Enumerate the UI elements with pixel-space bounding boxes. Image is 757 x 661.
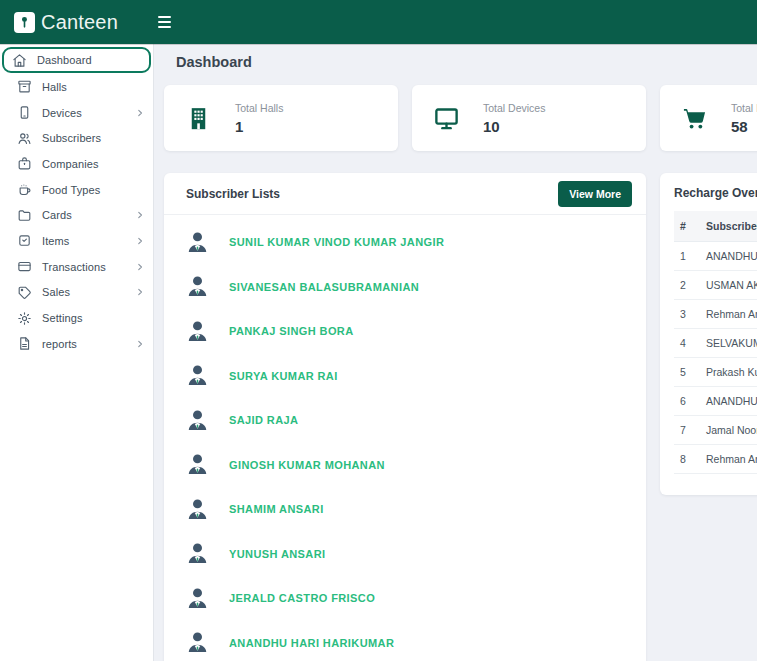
home-icon: [12, 53, 27, 68]
sidebar-item-settings[interactable]: Settings: [0, 305, 153, 331]
subscriber-name-link[interactable]: SURYA KUMAR RAI: [229, 370, 338, 382]
recharge-table: #Subscriber N 1ANANDHU SU2USMAN AKRA3Reh…: [674, 211, 757, 474]
subscriber-name-link[interactable]: PANKAJ SINGH BORA: [229, 325, 354, 337]
main-content: Dashboard Total Halls1Total Devices10Tot…: [154, 44, 757, 661]
subscriber-list-item: SAJID RAJA: [164, 398, 646, 443]
brand-logo[interactable]: Canteen: [14, 11, 118, 34]
recharge-row-number: 4: [674, 329, 700, 358]
subscriber-list-item: ANANDHU HARI HARIKUMAR: [164, 621, 646, 661]
recharge-table-row: 4SELVAKUMAR: [674, 329, 757, 358]
subscriber-name-link[interactable]: SUNIL KUMAR VINOD KUMAR JANGIR: [229, 236, 444, 248]
sidebar-item-label: Dashboard: [37, 54, 92, 66]
file-icon: [17, 336, 32, 351]
recharge-subscriber-name: Prakash Kuma: [700, 358, 757, 387]
recharge-column-header: #: [674, 211, 700, 242]
stat-card-total-ite: Total Ite58: [660, 85, 757, 151]
chevron-right-icon: [135, 210, 145, 220]
recharge-overview-title: Recharge Overvie: [660, 173, 757, 211]
sidebar-item-dashboard[interactable]: Dashboard: [2, 47, 151, 73]
credit-card-icon: [17, 259, 32, 274]
recharge-table-row: 2USMAN AKRA: [674, 271, 757, 300]
canteen-logo-icon: [14, 12, 35, 33]
sidebar-item-items[interactable]: Items: [0, 228, 153, 254]
sidebar-item-sales[interactable]: Sales: [0, 280, 153, 306]
recharge-subscriber-name: Rehman Arsh: [700, 445, 757, 474]
view-more-button[interactable]: View More: [558, 181, 632, 207]
subscriber-list-item: JERALD CASTRO FRISCO: [164, 576, 646, 621]
recharge-table-row: 5Prakash Kuma: [674, 358, 757, 387]
recharge-table-row: 3Rehman Arsh: [674, 300, 757, 329]
subscriber-name-link[interactable]: GINOSH KUMAR MOHANAN: [229, 459, 385, 471]
subscriber-name-link[interactable]: SHAMIM ANSARI: [229, 503, 324, 515]
avatar-icon: [185, 408, 210, 433]
subscriber-name-link[interactable]: JERALD CASTRO FRISCO: [229, 592, 375, 604]
stat-value: 1: [235, 118, 283, 135]
chevron-right-icon: [135, 262, 145, 272]
subscriber-list-item: SUNIL KUMAR VINOD KUMAR JANGIR: [164, 220, 646, 265]
recharge-table-row: 1ANANDHU SU: [674, 242, 757, 271]
subscriber-name-link[interactable]: ANANDHU HARI HARIKUMAR: [229, 637, 394, 649]
briefcase-icon: [17, 156, 32, 171]
recharge-table-row: 7Jamal Noorna: [674, 416, 757, 445]
sidebar-item-cards[interactable]: Cards: [0, 202, 153, 228]
stat-value: 10: [483, 118, 545, 135]
coffee-icon: [17, 182, 32, 197]
sidebar-item-label: Transactions: [42, 261, 106, 273]
chevron-right-icon: [135, 287, 145, 297]
avatar-icon: [185, 497, 210, 522]
sidebar-item-label: Subscribers: [42, 132, 101, 144]
sidebar-item-label: Cards: [42, 209, 72, 221]
sidebar-item-label: Halls: [42, 81, 67, 93]
recharge-subscriber-name: USMAN AKRA: [700, 271, 757, 300]
recharge-subscriber-name: ANANDHU SU: [700, 242, 757, 271]
stat-card-total-halls: Total Halls1: [164, 85, 398, 151]
sidebar-item-halls[interactable]: Halls: [0, 74, 153, 100]
sidebar-item-transactions[interactable]: Transactions: [0, 254, 153, 280]
sidebar-item-subscribers[interactable]: Subscribers: [0, 125, 153, 151]
recharge-row-number: 8: [674, 445, 700, 474]
stat-label: Total Halls: [235, 102, 283, 114]
stat-label: Total Ite: [731, 102, 757, 114]
cart-icon: [681, 105, 708, 132]
sidebar-item-label: Items: [42, 235, 69, 247]
chevron-right-icon: [135, 339, 145, 349]
subscriber-list-item: PANKAJ SINGH BORA: [164, 309, 646, 354]
sidebar-item-reports[interactable]: reports: [0, 331, 153, 357]
subscriber-name-link[interactable]: SAJID RAJA: [229, 414, 298, 426]
avatar-icon: [185, 586, 210, 611]
subscriber-lists-card: Subscriber Lists View More SUNIL KUMAR V…: [164, 173, 646, 661]
stat-value: 58: [731, 118, 757, 135]
menu-toggle-icon[interactable]: [154, 12, 175, 32]
recharge-table-row: 8Rehman Arsh: [674, 445, 757, 474]
recharge-row-number: 1: [674, 242, 700, 271]
sidebar-item-devices[interactable]: Devices: [0, 100, 153, 126]
recharge-subscriber-name: Jamal Noorna: [700, 416, 757, 445]
subscriber-name-link[interactable]: SIVANESAN BALASUBRAMANIAN: [229, 281, 419, 293]
avatar-icon: [185, 630, 210, 655]
avatar-icon: [185, 541, 210, 566]
stat-label: Total Devices: [483, 102, 545, 114]
sidebar-item-companies[interactable]: Companies: [0, 151, 153, 177]
tablet-icon: [17, 105, 32, 120]
recharge-subscriber-name: Rehman Arsh: [700, 300, 757, 329]
recharge-row-number: 7: [674, 416, 700, 445]
box-check-icon: [17, 233, 32, 248]
stats-row: Total Halls1Total Devices10Total Ite58: [164, 85, 757, 151]
chevron-right-icon: [135, 236, 145, 246]
sidebar-nav: DashboardHallsDevicesSubscribersCompanie…: [0, 47, 153, 357]
subscriber-lists-title: Subscriber Lists: [186, 187, 280, 201]
subscriber-list-item: YUNUSH ANSARI: [164, 532, 646, 577]
recharge-row-number: 6: [674, 387, 700, 416]
sidebar-item-food-types[interactable]: Food Types: [0, 177, 153, 203]
subscriber-name-link[interactable]: YUNUSH ANSARI: [229, 548, 325, 560]
tag-icon: [17, 285, 32, 300]
subscriber-list-item: SURYA KUMAR RAI: [164, 354, 646, 399]
stat-card-total-devices: Total Devices10: [412, 85, 646, 151]
sidebar-item-label: Companies: [42, 158, 99, 170]
building-icon: [185, 105, 212, 132]
sidebar-item-label: Sales: [42, 286, 70, 298]
sidebar-item-label: Devices: [42, 107, 82, 119]
avatar-icon: [185, 319, 210, 344]
users-icon: [17, 131, 32, 146]
recharge-row-number: 3: [674, 300, 700, 329]
